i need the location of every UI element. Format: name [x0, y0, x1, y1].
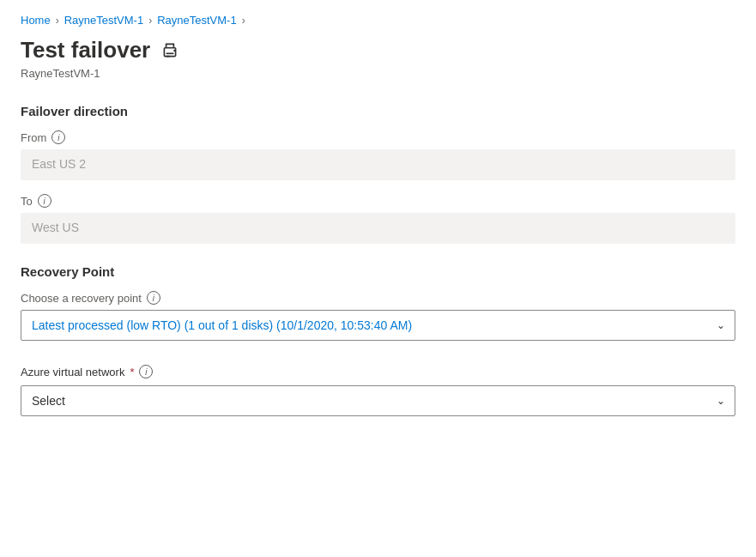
- choose-recovery-label: Choose a recovery point i: [21, 291, 735, 305]
- azure-vn-dropdown-container: Select ⌄: [21, 385, 735, 416]
- azure-vn-info-icon[interactable]: i: [139, 365, 153, 378]
- from-label-text: From: [21, 131, 46, 144]
- choose-recovery-label-text: Choose a recovery point: [21, 292, 142, 305]
- failover-direction-title: Failover direction: [21, 104, 735, 118]
- from-value: East US 2: [21, 149, 735, 180]
- breadcrumb-home[interactable]: Home: [21, 14, 51, 27]
- breadcrumb-vm-2[interactable]: RayneTestVM-1: [157, 14, 236, 27]
- breadcrumb-sep-2: ›: [148, 15, 152, 27]
- recovery-point-dropdown-value: Latest processed (low RTO) (1 out of 1 d…: [32, 318, 412, 332]
- page-subtitle: RayneTestVM-1: [21, 67, 735, 80]
- from-field-group: From i East US 2: [21, 130, 735, 180]
- to-value: West US: [21, 213, 735, 244]
- azure-vn-section: Azure virtual network * i Select ⌄: [21, 365, 735, 416]
- recovery-point-section: Recovery Point Choose a recovery point i…: [21, 264, 735, 341]
- to-label-text: To: [21, 195, 33, 208]
- breadcrumb-vm-1[interactable]: RayneTestVM-1: [64, 14, 143, 27]
- to-info-icon[interactable]: i: [38, 194, 51, 208]
- azure-vn-label: Azure virtual network * i: [21, 365, 735, 378]
- from-label: From i: [21, 130, 735, 144]
- svg-rect-0: [165, 47, 176, 56]
- choose-recovery-field-group: Choose a recovery point i Latest process…: [21, 291, 735, 341]
- azure-vn-dropdown-placeholder: Select: [32, 394, 65, 408]
- print-icon[interactable]: [160, 41, 179, 60]
- choose-recovery-info-icon[interactable]: i: [147, 291, 160, 305]
- to-label: To i: [21, 194, 735, 208]
- breadcrumb-sep-3: ›: [242, 15, 245, 27]
- recovery-point-dropdown-container: Latest processed (low RTO) (1 out of 1 d…: [21, 310, 735, 341]
- breadcrumb-sep-1: ›: [56, 15, 59, 27]
- recovery-point-dropdown[interactable]: Latest processed (low RTO) (1 out of 1 d…: [21, 310, 735, 341]
- svg-rect-1: [174, 49, 176, 51]
- to-field-group: To i West US: [21, 194, 735, 244]
- from-info-icon[interactable]: i: [51, 130, 65, 144]
- breadcrumb: Home › RayneTestVM-1 › RayneTestVM-1 ›: [21, 14, 735, 27]
- failover-direction-section: Failover direction From i East US 2 To i…: [21, 104, 735, 244]
- recovery-point-title: Recovery Point: [21, 264, 735, 279]
- azure-vn-label-text: Azure virtual network: [21, 366, 124, 378]
- azure-vn-required-star: *: [130, 366, 134, 378]
- page-header: Test failover: [21, 37, 735, 64]
- page-title: Test failover: [21, 37, 150, 64]
- azure-vn-dropdown[interactable]: Select: [21, 385, 735, 416]
